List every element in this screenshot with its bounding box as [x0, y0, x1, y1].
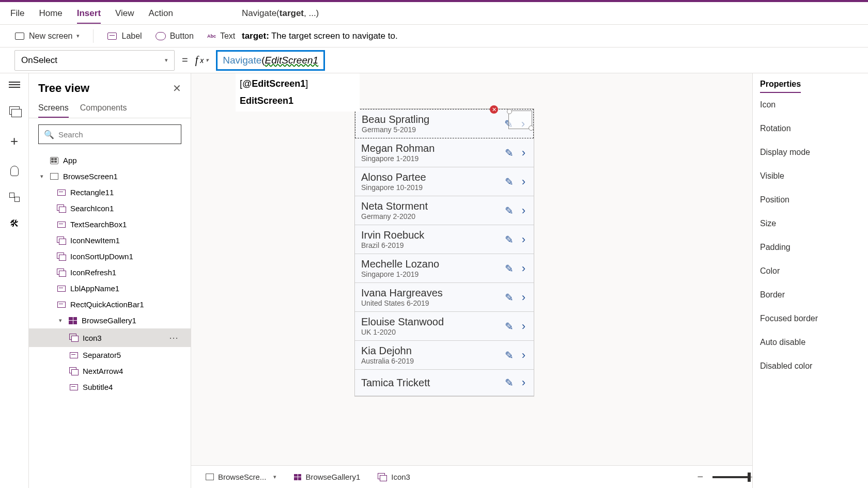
- tree-node-browsescreen[interactable]: ▾ BrowseScreen1: [29, 168, 191, 184]
- breadcrumb-icon3[interactable]: Icon3: [374, 470, 414, 483]
- autocomplete-item[interactable]: EditScreen1: [236, 92, 360, 109]
- chevron-down-icon[interactable]: ▾: [38, 173, 45, 180]
- tree-node-rectangle[interactable]: Rectangle11: [29, 184, 191, 200]
- chevron-right-icon[interactable]: ›: [520, 347, 528, 364]
- tree-node-textsearchbox[interactable]: TextSearchBox1: [29, 216, 191, 232]
- tree-search[interactable]: 🔍: [38, 124, 181, 144]
- list-item[interactable]: Beau SpratlingGermany 5-2019✎›✕: [355, 109, 534, 138]
- edit-icon[interactable]: ✎: [503, 347, 516, 364]
- list-item-subtitle: Singapore 10-2019: [361, 183, 499, 192]
- list-item[interactable]: Tamica Trickett✎›: [355, 370, 534, 396]
- chevron-right-icon[interactable]: ›: [520, 289, 528, 306]
- edit-icon[interactable]: ✎: [503, 318, 516, 335]
- property-row[interactable]: Position: [753, 188, 868, 212]
- tree-view-icon[interactable]: [9, 106, 20, 117]
- chevron-right-icon[interactable]: ›: [520, 374, 528, 391]
- edit-icon[interactable]: ✎: [503, 289, 516, 306]
- edit-icon[interactable]: ✎: [503, 145, 516, 161]
- edit-icon[interactable]: ✎: [503, 374, 516, 391]
- chevron-right-icon[interactable]: ›: [520, 173, 528, 191]
- list-item-subtitle: United States 6-2019: [361, 299, 499, 307]
- menu-insert[interactable]: Insert: [77, 8, 101, 24]
- property-row[interactable]: Size: [753, 212, 868, 235]
- search-input[interactable]: [58, 130, 176, 139]
- more-icon[interactable]: ⋯: [169, 332, 187, 343]
- list-item-subtitle: Singapore 1-2019: [361, 154, 499, 163]
- tree-node-iconrefresh[interactable]: IconRefresh1: [29, 264, 191, 280]
- list-item[interactable]: Neta StormentGermany 2-2020✎›: [355, 196, 534, 225]
- breadcrumb-screen[interactable]: BrowseScre... ▾: [202, 470, 281, 483]
- chevron-down-icon[interactable]: ▾: [273, 474, 276, 480]
- edit-icon[interactable]: ✎: [503, 202, 516, 219]
- chevron-down-icon[interactable]: ▾: [57, 317, 64, 324]
- list-item-name: Kia Dejohn: [361, 345, 499, 357]
- rectangle-icon: [57, 302, 66, 308]
- autocomplete-item[interactable]: [@EditScreen1]: [236, 75, 360, 92]
- edit-icon[interactable]: ✎: [503, 174, 516, 190]
- list-item[interactable]: Mechelle LozanoSingapore 1-2019✎›: [355, 254, 534, 283]
- fx-icon[interactable]: fx ▾: [195, 54, 209, 66]
- insert-icon[interactable]: +: [10, 133, 18, 149]
- media-icon[interactable]: [9, 193, 20, 202]
- property-row[interactable]: Icon: [753, 93, 868, 117]
- selection-handles[interactable]: [508, 111, 532, 129]
- list-item[interactable]: Megan RohmanSingapore 1-2019✎›: [355, 138, 534, 167]
- chevron-right-icon[interactable]: ›: [520, 318, 528, 335]
- error-icon[interactable]: ✕: [490, 105, 498, 114]
- hamburger-icon[interactable]: [9, 82, 20, 90]
- property-row[interactable]: Display mode: [753, 140, 868, 164]
- property-row[interactable]: Border: [753, 283, 868, 307]
- breadcrumb-gallery[interactable]: BrowseGallery1: [290, 470, 364, 483]
- new-screen-button[interactable]: New screen ▾: [14, 32, 80, 41]
- tree-node-searchicon[interactable]: SearchIcon1: [29, 200, 191, 216]
- menu-file[interactable]: File: [10, 8, 24, 19]
- menu-action[interactable]: Action: [149, 8, 173, 19]
- property-row[interactable]: Focused border: [753, 307, 868, 330]
- chevron-right-icon[interactable]: ›: [520, 144, 528, 162]
- list-item[interactable]: Kia DejohnAustralia 6-2019✎›: [355, 341, 534, 370]
- tree-list: App ▾ BrowseScreen1 Rectangle11 SearchIc…: [29, 150, 191, 488]
- chevron-right-icon[interactable]: ›: [520, 260, 528, 277]
- edit-icon[interactable]: ✎: [503, 231, 516, 248]
- chevron-right-icon[interactable]: ›: [520, 202, 528, 219]
- tree-node-iconnewitem[interactable]: IconNewItem1: [29, 232, 191, 248]
- list-item[interactable]: Elouise StanwoodUK 1-2020✎›: [355, 312, 534, 341]
- tab-components[interactable]: Components: [80, 99, 127, 118]
- tree-node-separator[interactable]: Separator5: [29, 347, 191, 363]
- property-selector[interactable]: OnSelect ▾: [14, 50, 175, 71]
- tree-node-subtitle[interactable]: Subtitle4: [29, 379, 191, 395]
- tree-view-panel: Tree view ✕ Screens Components 🔍 App ▾ B…: [29, 73, 191, 488]
- zoom-out-button[interactable]: −: [694, 471, 706, 483]
- tab-screens[interactable]: Screens: [38, 99, 69, 118]
- tree-node-app[interactable]: App: [29, 152, 191, 168]
- tree-node-iconsort[interactable]: IconSortUpDown1: [29, 248, 191, 264]
- button-button[interactable]: Button: [156, 32, 194, 41]
- tree-node-rectquick[interactable]: RectQuickActionBar1: [29, 296, 191, 312]
- browse-screen-preview[interactable]: Beau SpratlingGermany 5-2019✎›✕Megan Roh…: [354, 108, 534, 397]
- chevron-right-icon[interactable]: ›: [520, 231, 528, 248]
- formula-input[interactable]: Navigate(EditScreen1: [216, 50, 325, 71]
- tree-node-browsegallery[interactable]: ▾ BrowseGallery1: [29, 312, 191, 328]
- close-icon[interactable]: ✕: [173, 82, 181, 95]
- list-item[interactable]: Alonso ParteeSingapore 10-2019✎›: [355, 167, 534, 196]
- tools-icon[interactable]: 🛠: [10, 218, 19, 229]
- menu-home[interactable]: Home: [39, 8, 62, 19]
- icon-control-icon: [57, 237, 66, 245]
- property-row[interactable]: Rotation: [753, 117, 868, 140]
- list-item-name: Neta Storment: [361, 200, 499, 212]
- property-row[interactable]: Auto disable: [753, 330, 868, 354]
- tab-properties[interactable]: Properties: [760, 80, 801, 93]
- property-row[interactable]: Padding: [753, 235, 868, 259]
- list-item[interactable]: Ivana HargreavesUnited States 6-2019✎›: [355, 283, 534, 312]
- data-icon[interactable]: [10, 166, 19, 176]
- tree-node-lblappname[interactable]: LblAppName1: [29, 280, 191, 296]
- property-row[interactable]: Visible: [753, 164, 868, 188]
- menu-view[interactable]: View: [115, 8, 134, 19]
- label-button[interactable]: Label: [107, 32, 142, 41]
- edit-icon[interactable]: ✎: [503, 260, 516, 277]
- list-item[interactable]: Irvin RoebuckBrazil 6-2019✎›: [355, 225, 534, 254]
- property-row[interactable]: Disabled color: [753, 354, 868, 378]
- tree-node-icon3[interactable]: Icon3 ⋯: [29, 328, 191, 347]
- tree-node-nextarrow[interactable]: NextArrow4: [29, 363, 191, 379]
- property-row[interactable]: Color: [753, 259, 868, 283]
